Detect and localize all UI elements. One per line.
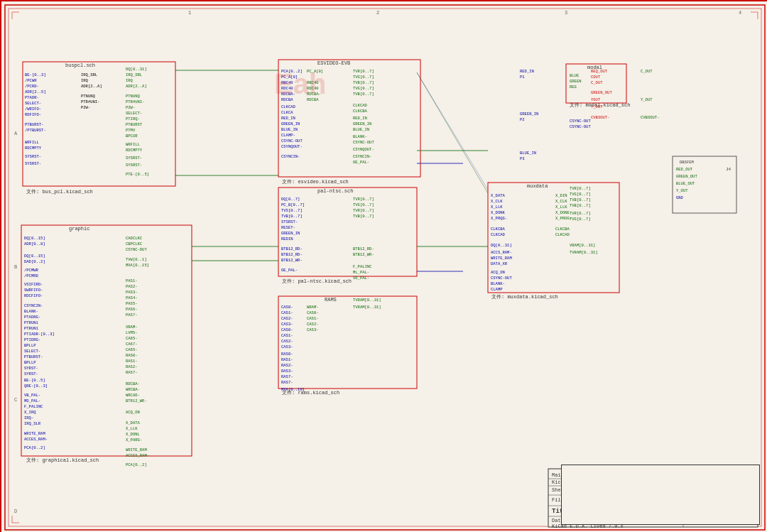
svg-text:TVB[0..7]: TVB[0..7] — [353, 214, 374, 219]
svg-text:RDCMPTY: RDCMPTY — [25, 146, 42, 151]
svg-text:PTBURST-: PTBURST- — [25, 122, 43, 127]
svg-text:BTB12_WR-: BTB12_WR- — [281, 258, 303, 263]
svg-text:CAS2-: CAS2- — [281, 316, 293, 321]
svg-text:MD_PAL-: MD_PAL- — [24, 398, 40, 403]
svg-text:PTNUNQ: PTNUNQ — [126, 94, 141, 99]
svg-text:PTE-[0..5]: PTE-[0..5] — [126, 172, 149, 177]
svg-text:/PCMWR: /PCMWR — [24, 268, 39, 273]
svg-text:CLKCA: CLKCA — [281, 110, 293, 115]
svg-text:TVS[0..7]: TVS[0..7] — [281, 208, 303, 213]
svg-text:GREEN_IN: GREEN_IN — [520, 112, 538, 116]
svg-text:RAMS: RAMS — [325, 297, 337, 303]
svg-text:X_DATA: X_DATA — [491, 193, 506, 198]
svg-text:3: 3 — [565, 10, 567, 16]
svg-text:1: 1 — [188, 10, 191, 16]
svg-text:X_IRQ: X_IRQ — [24, 410, 36, 415]
svg-text:CLKCAD: CLKCAD — [555, 232, 570, 237]
svg-text:IRQ_SRL: IRQ_SRL — [81, 72, 97, 77]
svg-text:VB_PAL-: VB_PAL- — [24, 393, 40, 398]
svg-text:CAS3-: CAS3- — [281, 344, 293, 349]
svg-text:X_DATA: X_DATA — [126, 420, 141, 425]
svg-text:J4: J4 — [726, 167, 731, 172]
svg-text:OE_PAL-: OE_PAL- — [353, 160, 369, 165]
svg-text:WRFILL: WRFILL — [126, 142, 140, 147]
svg-text:BTB12_WR-: BTB12_WR- — [353, 252, 374, 257]
svg-text:muxdata: muxdata — [527, 183, 548, 189]
svg-text:ADR[0..8]: ADR[0..8] — [24, 241, 45, 246]
svg-text:ADR[2..A]: ADR[2..A] — [81, 84, 102, 89]
svg-text:RED_OUT: RED_OUT — [676, 167, 693, 172]
svg-text:WRCBA-: WRCBA- — [126, 387, 140, 392]
svg-text:MXA[0..10]: MXA[0..10] — [281, 387, 305, 392]
svg-text:VD_PAL-: VD_PAL- — [353, 276, 369, 281]
title-block — [561, 465, 760, 525]
svg-text:SELECT-: SELECT- — [126, 111, 142, 116]
svg-text:PTADRG-: PTADRG- — [24, 315, 40, 320]
svg-text:DATA_XR: DATA_XR — [491, 261, 508, 266]
svg-text:VRAM-: VRAM- — [126, 325, 138, 330]
svg-text:WRAM-: WRAM- — [307, 305, 319, 310]
svg-text:PTNUNQ: PTNUNQ — [81, 94, 96, 99]
svg-text:TVG[0..7]: TVG[0..7] — [570, 192, 591, 197]
svg-text:ACQ_ON: ACQ_ON — [491, 270, 505, 275]
svg-text:RED_IN: RED_IN — [353, 116, 367, 121]
svg-text:MXA[0..15]: MXA[0..15] — [126, 263, 149, 268]
svg-text:RDCMPTY: RDCMPTY — [126, 148, 143, 153]
svg-text:REG: REG — [570, 85, 577, 89]
svg-text:RAS1-: RAS1- — [281, 357, 293, 362]
svg-text:SYRST-: SYRST- — [24, 366, 38, 371]
svg-text:/PCRD-: /PCRD- — [25, 84, 39, 89]
svg-text:Y_OUT: Y_OUT — [591, 104, 603, 109]
svg-text:2: 2 — [376, 10, 379, 16]
svg-text:SYSRST-: SYSRST- — [25, 161, 41, 166]
svg-text:TVR[0..7]: TVR[0..7] — [353, 197, 374, 202]
svg-text:BTB12_RD-: BTB12_RD- — [353, 246, 374, 251]
svg-text:P2: P2 — [520, 117, 525, 122]
svg-text:CAS2-: CAS2- — [307, 322, 319, 327]
svg-text:TVG[0..7]: TVG[0..7] — [353, 75, 374, 80]
svg-text:RAS2-: RAS2- — [281, 363, 293, 368]
svg-text:CLKCAD: CLKCAD — [491, 232, 506, 237]
svg-text:TVB[0..7]: TVB[0..7] — [570, 197, 591, 202]
svg-text:CAS2-: CAS2- — [281, 339, 293, 344]
svg-text:IRQ: IRQ — [81, 78, 89, 83]
svg-text:pal-ntsc.sch: pal-ntsc.sch — [317, 188, 353, 194]
svg-text:BLANK-: BLANK- — [353, 134, 367, 139]
svg-text:DQ[0..31]: DQ[0..31] — [491, 243, 512, 248]
svg-text:CLKCAD: CLKCAD — [281, 104, 296, 109]
svg-text:CA65-: CA65- — [126, 347, 138, 352]
svg-text:REQ_OUT: REQ_OUT — [591, 69, 608, 74]
svg-text:PCA[0..2]: PCA[0..2] — [24, 445, 45, 450]
svg-text:文件: esvideo.kicad_sch: 文件: esvideo.kicad_sch — [282, 179, 349, 185]
svg-text:CSYNCIN-: CSYNCIN- — [24, 303, 43, 308]
schematic-canvas: 文件: bus_pcl.kicad_sch buspcl.sch BE-[0..… — [0, 0, 767, 532]
svg-text:BLUE_IN: BLUE_IN — [281, 127, 298, 132]
svg-text:graphic: graphic — [69, 226, 89, 232]
svg-text:BTB12_RD-: BTB12_RD- — [281, 252, 303, 257]
svg-text:X_DONE: X_DONE — [555, 210, 570, 215]
svg-text:Y_OUT: Y_OUT — [676, 188, 688, 193]
svg-text:BLANK-: BLANK- — [24, 309, 38, 314]
svg-text:SYRST-: SYRST- — [24, 371, 38, 376]
svg-text:CAS3-: CAS3- — [307, 327, 319, 332]
svg-text:CSYNC-DUT: CSYNC-DUT — [126, 247, 147, 252]
svg-text:CAS1-: CAS1- — [281, 310, 293, 315]
svg-text:CBPCLKC: CBPCLKC — [126, 241, 143, 246]
svg-text:PTMV: PTMV — [126, 128, 136, 133]
svg-text:RAS1-: RAS1- — [126, 359, 138, 364]
svg-text:BTB12_RD-: BTB12_RD- — [281, 246, 303, 251]
svg-text:X_LLK: X_LLK — [126, 426, 138, 431]
svg-text:CAS0-: CAS0- — [307, 310, 319, 315]
svg-text:RAS0-: RAS0- — [126, 353, 138, 358]
svg-text:PTR#UNI-: PTR#UNI- — [126, 99, 144, 104]
svg-text:GREEN_IN: GREEN_IN — [281, 121, 300, 126]
svg-text:BE-[0..3]: BE-[0..3] — [25, 72, 46, 77]
svg-text:buspcl.sch: buspcl.sch — [65, 63, 95, 68]
svg-text:4: 4 — [739, 10, 741, 16]
svg-text:COUT: COUT — [591, 75, 601, 80]
svg-text:TVRAM[0..31]: TVRAM[0..31] — [570, 250, 598, 255]
svg-text:ACCS_RAM-: ACCS_RAM- — [491, 250, 512, 255]
svg-text:WRITE_RAM: WRITE_RAM — [24, 431, 45, 436]
svg-text:文件: muxdata.kicad_sch: 文件: muxdata.kicad_sch — [491, 294, 558, 300]
svg-text:DQ[0..15]: DQ[0..15] — [24, 236, 45, 241]
